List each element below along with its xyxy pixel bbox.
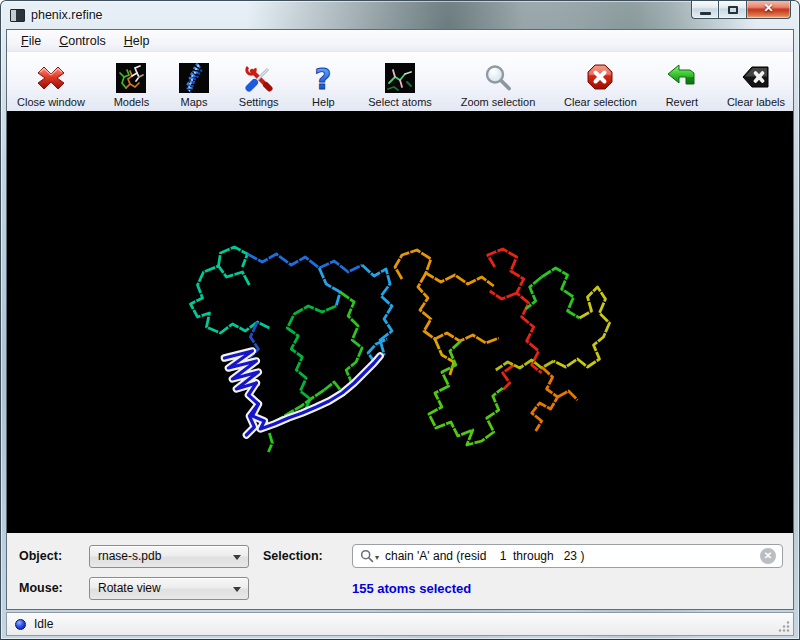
close-window-tool[interactable]: Close window <box>17 62 85 108</box>
app-icon <box>10 9 25 22</box>
zoom-selection-tool[interactable]: Zoom selection <box>461 62 536 108</box>
clear-input-button[interactable]: ✕ <box>760 548 776 564</box>
object-dropdown[interactable]: rnase-s.pdb <box>89 545 249 568</box>
search-caret-icon[interactable]: ▾ <box>375 553 379 562</box>
minimize-button[interactable] <box>691 0 719 19</box>
molecule-viewport[interactable] <box>7 111 793 533</box>
minimize-icon <box>700 12 711 15</box>
dropdown-arrow-icon <box>233 555 241 564</box>
clear-labels-tool[interactable]: Clear labels <box>727 62 785 108</box>
mouse-dropdown[interactable]: Rotate view <box>89 577 249 600</box>
select-atoms-icon <box>384 62 416 94</box>
statusbar: Idle <box>6 612 794 636</box>
menu-file[interactable]: File <box>12 32 50 50</box>
clear-selection-tool[interactable]: Clear selection <box>564 62 637 108</box>
menu-help[interactable]: Help <box>115 32 159 50</box>
clear-selection-icon <box>584 62 616 94</box>
selection-label: Selection: <box>263 549 352 563</box>
window-title: phenix.refine <box>31 8 103 22</box>
help-icon: ? <box>307 62 339 94</box>
close-window-icon <box>35 62 67 94</box>
selection-value: chain 'A' and (resid 1 through 23 ) <box>385 549 760 563</box>
mouse-label: Mouse: <box>19 581 89 595</box>
selection-input[interactable]: ▾ chain 'A' and (resid 1 through 23 ) ✕ <box>352 544 783 568</box>
close-button[interactable]: ✕ <box>746 0 791 19</box>
molecule-render <box>7 111 793 533</box>
app-window: phenix.refine ✕ File Controls Help <box>0 0 800 640</box>
titlebar: phenix.refine ✕ <box>1 1 799 29</box>
menu-controls[interactable]: Controls <box>50 32 115 50</box>
status-idle-icon <box>15 619 26 630</box>
revert-tool[interactable]: Revert <box>666 62 698 108</box>
maximize-button[interactable] <box>719 0 746 19</box>
models-icon <box>115 62 147 94</box>
clear-input-icon: ✕ <box>764 551 772 561</box>
mouse-dropdown-value: Rotate view <box>98 581 161 595</box>
object-label: Object: <box>19 549 89 563</box>
atoms-selected-text: 155 atoms selected <box>352 581 471 596</box>
toolbar: Close window <box>7 52 793 111</box>
dropdown-arrow-icon <box>233 587 241 596</box>
close-icon: ✕ <box>763 2 773 14</box>
object-dropdown-value: rnase-s.pdb <box>98 549 161 563</box>
svg-text:?: ? <box>315 62 332 94</box>
models-tool[interactable]: Models <box>114 62 149 108</box>
help-tool[interactable]: ? Help <box>307 62 339 108</box>
maximize-icon <box>728 6 738 14</box>
maps-icon <box>178 62 210 94</box>
maps-tool[interactable]: Maps <box>178 62 210 108</box>
settings-tool[interactable]: Settings <box>239 62 279 108</box>
status-text: Idle <box>34 617 53 631</box>
menubar: File Controls Help <box>7 30 793 52</box>
window-controls: ✕ <box>691 0 791 19</box>
resize-grip[interactable] <box>777 619 791 633</box>
revert-icon <box>666 62 698 94</box>
settings-icon <box>243 62 275 94</box>
client-area: File Controls Help <box>6 29 794 610</box>
clear-labels-icon <box>740 62 772 94</box>
select-atoms-tool[interactable]: Select atoms <box>368 62 432 108</box>
search-icon <box>360 549 374 563</box>
zoom-selection-icon <box>482 62 514 94</box>
controls-panel: Object: rnase-s.pdb Selection: ▾ chain '… <box>7 533 793 609</box>
